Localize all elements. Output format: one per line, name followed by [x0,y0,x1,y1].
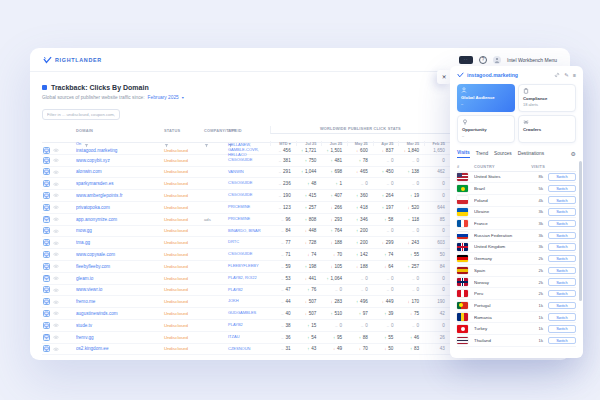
domain-link[interactable]: fleebyfleeby.com [76,264,164,269]
eye-icon[interactable] [53,323,59,328]
site-preview-icon[interactable] [43,147,50,154]
site-preview-icon[interactable] [43,286,50,293]
site-preview-icon[interactable] [43,345,50,352]
filter-funnel-2[interactable] [204,134,228,152]
domain-link[interactable]: mow.gg [76,228,164,233]
period-dropdown[interactable]: February 2025 [148,95,179,100]
domain-link[interactable]: www.copybit.xyz [76,158,164,163]
domain-link[interactable]: fremo.me [76,299,164,304]
switch-button[interactable]: Switch [548,290,576,298]
domain-link[interactable]: gleam.io [76,276,164,281]
aff-id-link[interactable]: ITZAU [228,335,270,340]
filter-on-toggle[interactable]: On [76,141,81,146]
site-preview-icon[interactable] [43,157,50,164]
panel-close-button[interactable]: ✕ [437,70,451,84]
domain-link[interactable]: tma.gg [76,240,164,245]
aff-id-link[interactable]: CSGOGUIDE [228,252,270,257]
site-preview-icon[interactable] [43,192,50,199]
domain-link[interactable]: instagood.marketing [76,148,164,153]
workspace-badge[interactable]: ·· [459,56,473,64]
tab-trend[interactable]: Trend [476,151,488,158]
eye-icon[interactable] [53,217,59,222]
switch-button[interactable]: Switch [548,220,576,228]
aff-id-link[interactable]: PLAYB2 [228,323,270,328]
site-preview-icon[interactable] [43,263,50,270]
aff-id-link[interactable]: CSGOGUIDE [228,158,270,163]
eye-icon[interactable] [53,264,59,269]
site-preview-icon[interactable] [43,298,50,305]
site-preview-icon[interactable] [43,275,50,282]
eye-icon[interactable] [53,205,59,210]
card-global-audience[interactable]: Global Audience– [457,84,515,112]
edit-icon[interactable]: ✎ [564,72,569,78]
aff-id-link[interactable]: CSGOGUIDE [228,181,270,186]
site-preview-icon[interactable] [43,216,50,223]
aff-id-link[interactable]: PLAYB2, ROI22 [228,276,270,281]
site-preview-icon[interactable] [43,310,50,317]
switch-button[interactable]: Switch [548,302,576,310]
tab-destinations[interactable]: Destinations [518,151,544,158]
site-preview-icon[interactable] [43,204,50,211]
eye-icon[interactable] [53,193,59,198]
site-preview-icon[interactable] [43,168,50,175]
help-icon[interactable]: ? [479,56,487,64]
site-preview-icon[interactable] [43,180,50,187]
stat-column-header[interactable]: MTD▾ [270,141,296,146]
avatar[interactable] [493,56,501,64]
eye-icon[interactable] [53,158,59,163]
card-compliance[interactable]: Compliance18 alerts [518,84,576,112]
aff-id-link[interactable]: CSGOGUIDE [228,193,270,198]
eye-icon[interactable] [53,229,59,234]
eye-icon[interactable] [53,252,59,257]
user-menu[interactable]: Intel Workbench Menu [507,57,557,63]
domain-link[interactable]: privatopoka.com [76,205,164,210]
domain-link[interactable]: os2.kingdom.ee [76,346,164,351]
eye-icon[interactable] [53,170,59,175]
site-preview-icon[interactable] [43,334,50,341]
domain-link[interactable]: sparkymarsden.es [76,181,164,186]
switch-button[interactable]: Switch [548,208,576,216]
site-preview-icon[interactable] [43,322,50,329]
funnel-icon[interactable] [204,134,209,152]
switch-button[interactable]: Switch [548,255,576,263]
eye-icon[interactable] [53,276,59,281]
aff-id-link[interactable]: JOKH [228,299,270,304]
domain-link[interactable]: augustinewinds.com [76,311,164,316]
tab-sources[interactable]: Sources [494,151,512,158]
switch-button[interactable]: Switch [548,243,576,251]
scrollbar[interactable] [579,161,582,301]
domain-link[interactable]: www.copysale.com [76,252,164,257]
switch-button[interactable]: Switch [548,278,576,286]
eye-icon[interactable] [53,311,59,316]
eye-icon[interactable] [53,241,59,246]
sort-caret-icon[interactable]: ▾ [289,141,291,146]
aff-id-link[interactable]: GUDGAMBLES [228,311,270,316]
domain-link[interactable]: stude.tv [76,323,164,328]
aff-id-link[interactable]: PRICEMINE [228,205,270,210]
aff-id-link[interactable]: BINARDO, BINAR [228,229,270,234]
site-preview-icon[interactable] [43,239,50,246]
aff-id-link[interactable]: PLAYB2 [228,288,270,293]
link-icon[interactable] [554,72,560,78]
eye-icon[interactable] [53,300,59,305]
switch-button[interactable]: Switch [548,337,576,345]
aff-id-link[interactable]: FleebyFleeby [228,264,270,269]
menu-icon[interactable]: ≡ [573,72,576,78]
domain-link[interactable]: fremv.gg [76,335,164,340]
domain-link[interactable]: app.anonymize.com [76,217,164,222]
aff-id-link[interactable]: PRICEMINE [228,217,270,222]
aff-id-link[interactable]: CZESNOUN [228,347,270,352]
card-opportunity[interactable]: Opportunity– [457,115,515,143]
eye-icon[interactable] [53,347,59,352]
gear-icon[interactable]: ⚙ [571,150,576,157]
switch-button[interactable]: Switch [548,185,576,193]
switch-button[interactable]: Switch [548,196,576,204]
card-crawlers[interactable]: Crawlers [518,115,576,143]
switch-button[interactable]: Switch [548,267,576,275]
switch-button[interactable]: Switch [548,232,576,240]
eye-icon[interactable] [53,148,59,153]
switch-button[interactable]: Switch [548,173,576,181]
switch-button[interactable]: Switch [548,313,576,321]
filter-input[interactable] [42,109,120,120]
tab-visits[interactable]: Visits [457,150,470,158]
